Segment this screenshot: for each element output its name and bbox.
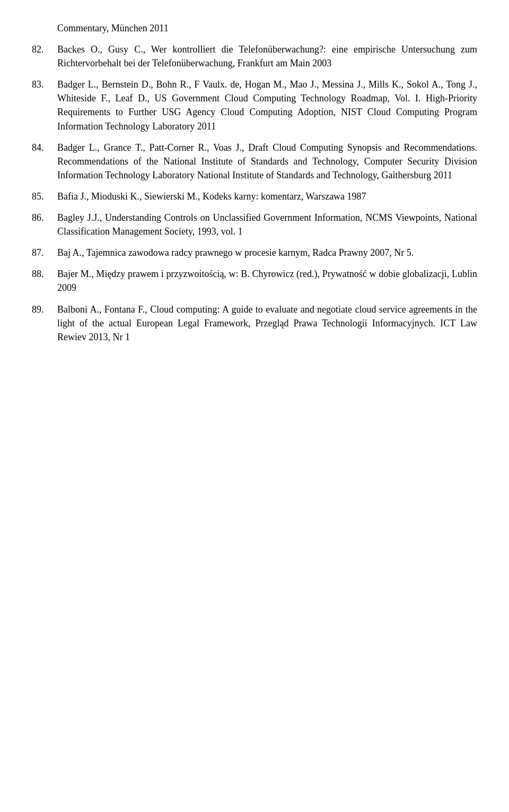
ref-number: 84.: [32, 141, 57, 182]
ref-content: Badger L., Grance T., Patt-Corner R., Vo…: [57, 141, 477, 182]
list-item: 83.Badger L., Bernstein D., Bohn R., F V…: [32, 77, 477, 133]
ref-content: Bajer M., Między prawem i przyzwoitością…: [57, 267, 477, 295]
ref-number: 82.: [32, 42, 57, 70]
ref-number: 88.: [32, 267, 57, 295]
ref-number: [32, 21, 57, 35]
ref-number: 87.: [32, 246, 57, 260]
ref-content: Balboni A., Fontana F., Cloud computing:…: [57, 303, 477, 344]
ref-content: Bafia J., Mioduski K., Siewierski M., Ko…: [57, 189, 477, 203]
ref-number: 85.: [32, 189, 57, 203]
ref-number: 83.: [32, 77, 57, 133]
ref-number: 86.: [32, 211, 57, 238]
ref-content: Backes O., Gusy C., Wer kontrolliert die…: [57, 42, 477, 70]
list-item: 85.Bafia J., Mioduski K., Siewierski M.,…: [32, 189, 477, 203]
list-item: 87.Baj A., Tajemnica zawodowa radcy praw…: [32, 246, 477, 260]
ref-content: Badger L., Bernstein D., Bohn R., F Vaul…: [57, 77, 477, 133]
list-item: 84.Badger L., Grance T., Patt-Corner R.,…: [32, 141, 477, 182]
ref-content: Commentary, München 2011: [57, 21, 477, 35]
list-item: 88.Bajer M., Między prawem i przyzwoitoś…: [32, 267, 477, 295]
ref-content: Bagley J.J., Understanding Controls on U…: [57, 211, 477, 238]
ref-content: Baj A., Tajemnica zawodowa radcy prawneg…: [57, 246, 477, 260]
list-item: Commentary, München 2011: [32, 21, 477, 35]
list-item: 86.Bagley J.J., Understanding Controls o…: [32, 211, 477, 238]
list-item: 89.Balboni A., Fontana F., Cloud computi…: [32, 303, 477, 344]
list-item: 82.Backes O., Gusy C., Wer kontrolliert …: [32, 42, 477, 70]
ref-number: 89.: [32, 303, 57, 344]
reference-list: Commentary, München 201182.Backes O., Gu…: [32, 21, 477, 344]
